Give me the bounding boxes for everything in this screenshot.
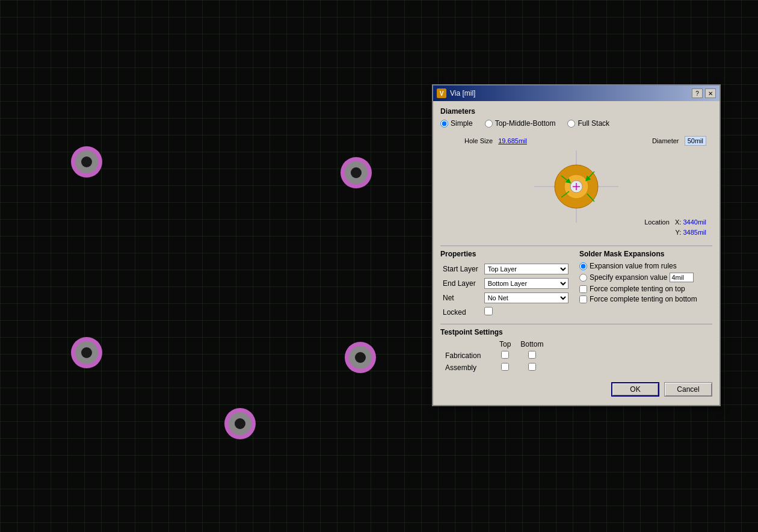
fab-top-cell bbox=[495, 350, 516, 362]
locked-checkbox[interactable] bbox=[484, 307, 493, 315]
simple-radio-item[interactable]: Simple bbox=[440, 119, 473, 128]
start-layer-row: Start Layer Top Layer Bottom Layer bbox=[440, 262, 573, 276]
location-area: Location X: 3440mil Y: 3485mil bbox=[644, 217, 706, 238]
asm-bottom-cell bbox=[516, 362, 548, 374]
location-label: Location bbox=[644, 218, 670, 226]
full-stack-radio[interactable] bbox=[567, 120, 575, 128]
fab-top-checkbox[interactable] bbox=[501, 351, 509, 359]
assembly-label: Assembly bbox=[440, 362, 495, 374]
diameter-value[interactable]: 50mil bbox=[685, 136, 706, 146]
diameters-label: Diameters bbox=[440, 107, 712, 116]
help-button[interactable]: ? bbox=[692, 88, 703, 98]
via-1 bbox=[71, 146, 102, 178]
solder-mask-section: Solder Mask Expansions Expansion value f… bbox=[579, 250, 712, 319]
expansion-from-rules-radio[interactable] bbox=[579, 262, 587, 270]
start-layer-cell: Top Layer Bottom Layer bbox=[482, 262, 573, 276]
testpoint-top-header: Top bbox=[495, 339, 516, 350]
net-cell: No Net bbox=[482, 291, 573, 305]
specify-expansion-row: Specify expansion value 4mil bbox=[579, 273, 712, 282]
expansion-from-rules-label: Expansion value from rules bbox=[590, 262, 677, 270]
via-4 bbox=[345, 342, 376, 373]
location-y-label: Y: bbox=[676, 229, 682, 236]
end-layer-select[interactable]: Bottom Layer Top Layer bbox=[484, 278, 568, 289]
button-row: OK Cancel bbox=[440, 379, 712, 399]
diameter-radio-group: Simple Top-Middle-Bottom Full Stack bbox=[440, 119, 712, 128]
simple-radio[interactable] bbox=[440, 120, 448, 128]
properties-section: Properties Start Layer Top Layer Bottom … bbox=[440, 250, 573, 319]
hole-size-value[interactable]: 19.685mil bbox=[498, 137, 527, 144]
specify-expansion-radio[interactable] bbox=[579, 274, 587, 282]
via-diagram-svg bbox=[528, 144, 624, 229]
locked-cell bbox=[482, 305, 573, 319]
dialog-titlebar: V Via [mil] ? ✕ bbox=[433, 85, 719, 101]
expansion-from-rules-row: Expansion value from rules bbox=[579, 262, 712, 270]
start-layer-label: Start Layer bbox=[440, 262, 482, 276]
close-button[interactable]: ✕ bbox=[705, 88, 716, 98]
fab-bottom-cell bbox=[516, 350, 548, 362]
testpoint-table: Top Bottom Fabrication bbox=[440, 339, 548, 374]
testpoint-header-row: Top Bottom bbox=[440, 339, 548, 350]
force-top-row: Force complete tenting on top bbox=[579, 285, 712, 293]
force-bottom-label: Force complete tenting on bottom bbox=[590, 295, 697, 303]
top-middle-bottom-radio-item[interactable]: Top-Middle-Bottom bbox=[485, 119, 556, 128]
testpoint-bottom-header: Bottom bbox=[516, 339, 548, 350]
top-middle-bottom-radio[interactable] bbox=[485, 120, 493, 128]
force-top-label: Force complete tenting on top bbox=[590, 285, 685, 293]
locked-row: Locked bbox=[440, 305, 573, 319]
via-5 bbox=[224, 408, 256, 439]
start-layer-select[interactable]: Top Layer Bottom Layer bbox=[484, 264, 568, 274]
expansion-value-input[interactable]: 4mil bbox=[670, 273, 694, 282]
end-layer-cell: Bottom Layer Top Layer bbox=[482, 276, 573, 291]
titlebar-left: V Via [mil] bbox=[437, 88, 475, 98]
net-label: Net bbox=[440, 291, 482, 305]
testpoint-empty-header bbox=[440, 339, 495, 350]
properties-soldermask-row: Properties Start Layer Top Layer Bottom … bbox=[440, 250, 712, 319]
force-bottom-row: Force complete tenting on bottom bbox=[579, 295, 712, 303]
dialog-title: Via [mil] bbox=[450, 89, 475, 97]
end-layer-label: End Layer bbox=[440, 276, 482, 291]
testpoint-section: Testpoint Settings Top Bottom Fabricatio… bbox=[440, 328, 712, 374]
force-bottom-checkbox[interactable] bbox=[579, 295, 587, 303]
assembly-row: Assembly bbox=[440, 362, 548, 374]
diameter-label: Diameter bbox=[652, 137, 679, 144]
solder-mask-title: Solder Mask Expansions bbox=[579, 250, 712, 258]
hole-size-label: Hole Size bbox=[464, 137, 493, 144]
section-divider-1 bbox=[440, 246, 712, 246]
via-properties-dialog: V Via [mil] ? ✕ Diameters Simple Top-Mid… bbox=[432, 84, 721, 406]
properties-table: Start Layer Top Layer Bottom Layer End L… bbox=[440, 262, 573, 319]
section-divider-2 bbox=[440, 324, 712, 324]
top-middle-bottom-label: Top-Middle-Bottom bbox=[495, 119, 556, 128]
hole-size-label-text: Hole Size 19.685mil bbox=[464, 137, 527, 144]
asm-top-checkbox[interactable] bbox=[501, 363, 509, 371]
fabrication-label: Fabrication bbox=[440, 350, 495, 362]
asm-top-cell bbox=[495, 362, 516, 374]
location-x-value: 3440mil bbox=[683, 218, 706, 226]
dialog-icon: V bbox=[437, 88, 446, 98]
location-y-value: 3485mil bbox=[683, 229, 706, 236]
simple-label: Simple bbox=[451, 119, 473, 128]
force-top-checkbox[interactable] bbox=[579, 285, 587, 293]
net-row: Net No Net bbox=[440, 291, 573, 305]
full-stack-label: Full Stack bbox=[578, 119, 609, 128]
testpoint-title: Testpoint Settings bbox=[440, 328, 712, 336]
diameter-label-area: Diameter 50mil bbox=[652, 137, 706, 144]
location-x-label: X: bbox=[675, 218, 681, 226]
fab-bottom-checkbox[interactable] bbox=[528, 351, 536, 359]
specify-expansion-label: Specify expansion value bbox=[590, 273, 667, 282]
asm-bottom-checkbox[interactable] bbox=[528, 363, 536, 371]
via-preview-area: Hole Size 19.685mil Diameter 50mil bbox=[440, 132, 712, 241]
cancel-button[interactable]: Cancel bbox=[664, 382, 712, 397]
net-select[interactable]: No Net bbox=[484, 292, 568, 303]
via-2 bbox=[340, 157, 372, 188]
fabrication-row: Fabrication bbox=[440, 350, 548, 362]
ok-button[interactable]: OK bbox=[611, 382, 659, 397]
end-layer-row: End Layer Bottom Layer Top Layer bbox=[440, 276, 573, 291]
locked-label: Locked bbox=[440, 305, 482, 319]
properties-label: Properties bbox=[440, 250, 573, 258]
full-stack-radio-item[interactable]: Full Stack bbox=[567, 119, 609, 128]
via-3 bbox=[71, 337, 102, 368]
